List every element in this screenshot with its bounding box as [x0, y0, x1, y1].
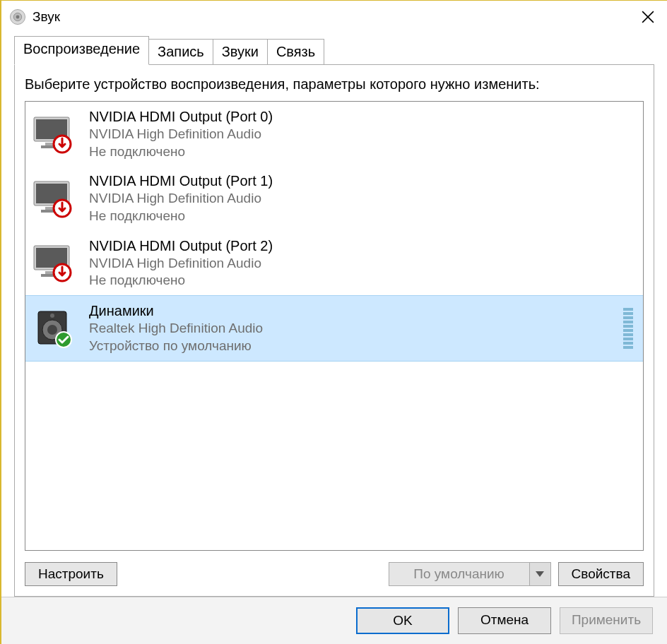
window-title: Звук: [33, 9, 632, 25]
device-text: NVIDIA HDMI Output (Port 2)NVIDIA High D…: [89, 237, 273, 290]
device-driver: NVIDIA High Definition Audio: [89, 255, 273, 273]
sound-applet-icon: [8, 8, 27, 26]
cancel-button[interactable]: Отмена: [458, 607, 551, 634]
set-default-label: По умолчанию: [389, 562, 530, 586]
close-icon: [642, 11, 654, 23]
helptext: Выберите устройство воспроизведения, пар…: [25, 75, 644, 94]
device-driver: NVIDIA High Definition Audio: [89, 126, 273, 143]
device-list: NVIDIA HDMI Output (Port 0)NVIDIA High D…: [25, 101, 644, 551]
configure-button[interactable]: Настроить: [25, 562, 117, 586]
properties-button[interactable]: Свойства: [558, 562, 644, 586]
monitor-disconnected-icon: [31, 114, 76, 154]
monitor-disconnected-icon: [31, 179, 76, 218]
tab-3[interactable]: Связь: [267, 39, 324, 65]
apply-button[interactable]: Применить: [560, 607, 653, 634]
ok-button[interactable]: OK: [356, 607, 449, 634]
svg-marker-28: [536, 571, 544, 577]
tab-strip: ВоспроизведениеЗаписьЗвукиСвязь: [14, 37, 654, 65]
tab-1[interactable]: Запись: [148, 39, 213, 65]
device-status: Не подключено: [89, 272, 273, 290]
device-row[interactable]: ДинамикиRealtek High Definition AudioУст…: [25, 295, 643, 361]
device-status: Не подключено: [89, 208, 273, 225]
dialog-footer: OK Отмена Применить: [1, 597, 667, 644]
monitor-disconnected-icon: [31, 243, 76, 282]
tab-content-playback: Выберите устройство воспроизведения, пар…: [14, 64, 654, 597]
device-text: NVIDIA HDMI Output (Port 1)NVIDIA High D…: [89, 172, 273, 225]
svg-point-2: [16, 16, 20, 19]
speaker-default-icon: [31, 309, 76, 348]
device-status: Устройство по умолчанию: [89, 338, 263, 355]
titlebar: Звук: [1, 1, 667, 33]
svg-point-26: [50, 314, 54, 318]
device-driver: Realtek High Definition Audio: [89, 320, 263, 338]
tab-2[interactable]: Звуки: [213, 39, 268, 65]
device-text: NVIDIA HDMI Output (Port 0)NVIDIA High D…: [89, 107, 273, 160]
device-name: Динамики: [89, 302, 263, 320]
device-driver: NVIDIA High Definition Audio: [89, 190, 273, 208]
tab-0[interactable]: Воспроизведение: [14, 36, 149, 65]
device-row[interactable]: NVIDIA HDMI Output (Port 2)NVIDIA High D…: [25, 231, 643, 295]
device-name: NVIDIA HDMI Output (Port 0): [89, 107, 273, 126]
svg-point-25: [47, 325, 57, 335]
chevron-down-icon: [530, 562, 551, 586]
device-row[interactable]: NVIDIA HDMI Output (Port 1)NVIDIA High D…: [25, 166, 643, 230]
device-text: ДинамикиRealtek High Definition AudioУст…: [89, 302, 263, 354]
set-default-dropdown[interactable]: По умолчанию: [389, 562, 551, 586]
device-status: Не подключено: [89, 143, 273, 161]
device-row[interactable]: NVIDIA HDMI Output (Port 0)NVIDIA High D…: [25, 102, 643, 166]
device-name: NVIDIA HDMI Output (Port 2): [89, 237, 273, 255]
device-name: NVIDIA HDMI Output (Port 1): [89, 172, 273, 190]
bottom-button-row: Настроить По умолчанию Свойства: [25, 562, 644, 586]
close-button[interactable]: [632, 4, 664, 30]
level-meter: [623, 308, 636, 349]
